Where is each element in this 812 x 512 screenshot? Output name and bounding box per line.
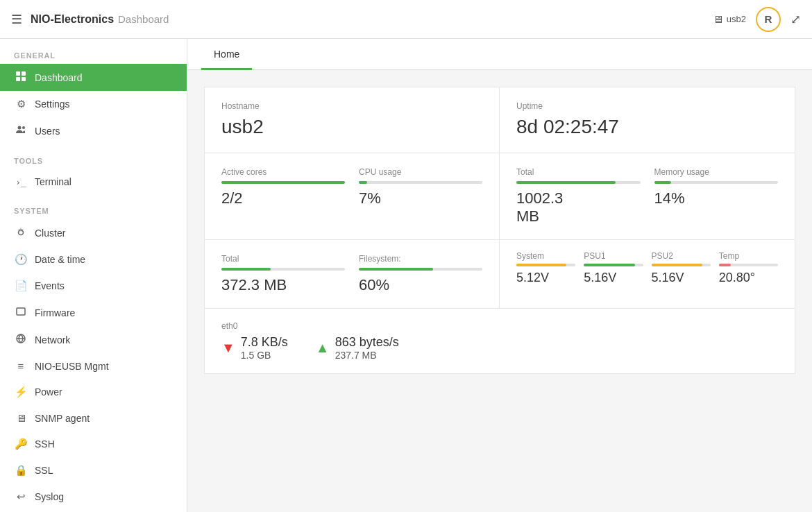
sidebar-item-label: Date & time [35, 254, 85, 265]
tab-home[interactable]: Home [201, 39, 252, 70]
network-row: eth0 ▼ 7.8 KB/s 1.5 GB ▲ 863 bytes/s 23 [204, 309, 795, 374]
firmware-icon [14, 306, 28, 319]
total-mem-label: Total [516, 167, 641, 177]
sidebar-section-tools: TOOLS [0, 144, 187, 169]
page-subtitle: Dashboard [118, 13, 169, 25]
eth0-label: eth0 [221, 321, 778, 331]
uptime-label: Uptime [516, 101, 778, 111]
svg-rect-1 [22, 71, 26, 76]
sidebar-section-system: SYSTEM [0, 194, 187, 219]
total-mem-bar [516, 181, 616, 184]
sidebar-item-syslog[interactable]: ↩ Syslog [0, 484, 187, 510]
avatar[interactable]: R [756, 7, 781, 32]
download-speed: 7.8 KB/s [241, 335, 288, 350]
storage-inner: Total 372.3 MB Filesystem: 60% [221, 254, 482, 294]
active-cores-bar-wrap [221, 181, 345, 184]
sidebar-item-network[interactable]: Network [0, 326, 187, 353]
sidebar-item-cluster[interactable]: Cluster [0, 219, 187, 246]
sidebar-item-nioeusb[interactable]: ≡ NIO-EUSB Mgmt [0, 353, 187, 379]
temp-bar-wrap [719, 264, 778, 266]
memory-section: Total 1002.3 MB Memory usage [500, 153, 795, 239]
cpu-usage-bar [359, 181, 367, 184]
temp-label: Temp [719, 251, 778, 261]
sidebar-item-label: SSL [35, 465, 53, 476]
active-cores-label: Active cores [221, 167, 345, 177]
syslog-icon: ↩ [14, 490, 28, 503]
row-storage-psu: Total 372.3 MB Filesystem: 60% [204, 240, 795, 309]
storage-section: Total 372.3 MB Filesystem: 60% [205, 240, 500, 308]
app-layout: GENERAL Dashboard ⚙ Settings [0, 39, 812, 512]
dashboard-content: Hostname usb2 Uptime 8d 02:25:47 Active … [187, 70, 812, 391]
temp-cell: Temp 20.80° [719, 251, 778, 285]
total-mem-cell: Total 1002.3 MB [516, 167, 641, 225]
sidebar-item-label: Users [35, 126, 60, 137]
sidebar-item-label: SSH [35, 438, 55, 450]
topbar: ☰ NIO-Electronics Dashboard 🖥 usb2 R ⤢ [0, 0, 812, 39]
system-bar [516, 264, 566, 266]
sidebar-item-snmp[interactable]: 🖥 SNMP agent [0, 405, 187, 431]
psu2-value: 5.16V [652, 271, 711, 285]
svg-rect-2 [16, 77, 20, 81]
voltage-grid: System 5.12V PSU1 5.16V [516, 251, 778, 285]
memory-inner: Total 1002.3 MB Memory usage [516, 167, 778, 225]
brand-name: NIO-Electronics [31, 13, 114, 26]
sidebar-item-events[interactable]: 📄 Events [0, 273, 187, 299]
sidebar-item-label: Cluster [35, 228, 65, 239]
sidebar-item-firmware[interactable]: Firmware [0, 299, 187, 326]
psu2-cell: PSU2 5.16V [652, 251, 711, 285]
uptime-cell: Uptime 8d 02:25:47 [500, 87, 795, 153]
row-hostname-uptime: Hostname usb2 Uptime 8d 02:25:47 [204, 87, 795, 153]
psu1-cell: PSU1 5.16V [584, 251, 643, 285]
upload-stat: ▲ 863 bytes/s 237.7 MB [316, 335, 399, 361]
download-total: 1.5 GB [241, 350, 288, 361]
upload-info: 863 bytes/s 237.7 MB [335, 335, 399, 361]
sidebar-item-settings[interactable]: ⚙ Settings [0, 91, 187, 117]
svg-point-5 [22, 126, 25, 129]
system-voltage-cell: System 5.12V [516, 251, 575, 285]
row-cpu-memory: Active cores 2/2 CPU usage 7% [204, 153, 795, 240]
sidebar-item-ssh[interactable]: 🔑 SSH [0, 431, 187, 457]
voltage-section: System 5.12V PSU1 5.16V [500, 240, 795, 308]
sidebar: GENERAL Dashboard ⚙ Settings [0, 39, 187, 512]
total-mem-value: 1002.3 MB [516, 189, 641, 225]
svg-point-4 [18, 126, 22, 130]
sidebar-item-power[interactable]: ⚡ Power [0, 379, 187, 405]
users-icon [14, 124, 28, 137]
sidebar-item-dashboard[interactable]: Dashboard [0, 64, 187, 91]
system-bar-wrap [516, 264, 575, 266]
sidebar-item-datetime[interactable]: 🕐 Date & time [0, 246, 187, 273]
filesystem-value: 60% [359, 276, 482, 294]
cluster-icon [14, 226, 28, 239]
psu1-value: 5.16V [584, 271, 643, 285]
psu1-bar [584, 264, 634, 266]
total-storage-value: 372.3 MB [221, 276, 345, 294]
sidebar-item-ssl[interactable]: 🔒 SSL [0, 457, 187, 484]
svg-rect-7 [17, 308, 25, 315]
psu1-label: PSU1 [584, 251, 643, 261]
psu2-bar-wrap [652, 264, 711, 266]
network-icon [14, 333, 28, 346]
active-cores-bar [221, 181, 345, 184]
sidebar-item-terminal[interactable]: ›_ Terminal [0, 169, 187, 194]
sidebar-item-label: Network [35, 334, 70, 345]
hostname-cell: Hostname usb2 [205, 87, 500, 153]
total-storage-bar [221, 268, 271, 271]
upload-speed: 863 bytes/s [335, 335, 399, 350]
nioeusb-icon: ≡ [14, 360, 28, 372]
menu-icon[interactable]: ☰ [11, 12, 22, 27]
snmp-icon: 🖥 [14, 412, 28, 424]
filesystem-label: Filesystem: [359, 254, 482, 264]
ssh-icon: 🔑 [14, 438, 28, 450]
temp-bar [719, 264, 731, 266]
sidebar-section-general: GENERAL [0, 39, 187, 64]
download-info: 7.8 KB/s 1.5 GB [241, 335, 288, 361]
cpu-inner: Active cores 2/2 CPU usage 7% [221, 167, 482, 207]
settings-icon: ⚙ [14, 98, 28, 110]
ssl-icon: 🔒 [14, 464, 28, 477]
mem-usage-label: Memory usage [654, 167, 779, 177]
mem-usage-bar [654, 181, 672, 184]
sidebar-item-label: NIO-EUSB Mgmt [35, 361, 109, 372]
temp-value: 20.80° [719, 271, 778, 285]
sidebar-item-users[interactable]: Users [0, 117, 187, 144]
expand-icon[interactable]: ⤢ [790, 12, 801, 27]
